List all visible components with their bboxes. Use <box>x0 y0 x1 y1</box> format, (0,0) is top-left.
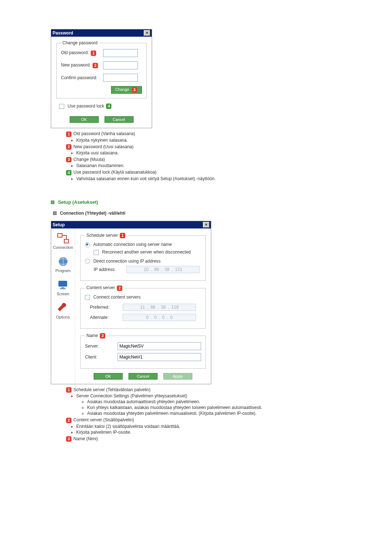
ok-button[interactable]: OK <box>70 116 99 123</box>
section-divider <box>51 189 312 190</box>
note-badge-2: 2 <box>66 144 72 150</box>
globe-icon <box>57 256 69 267</box>
note-badge-1: 1 <box>66 387 72 393</box>
sidebar-item-program[interactable]: Program <box>55 256 70 273</box>
ip-address-field[interactable]: 10. 88. 38. 121 <box>126 266 200 273</box>
sidebar-item-connection[interactable]: Connection <box>53 233 73 250</box>
sidebar-item-options[interactable]: Options <box>56 303 70 319</box>
auto-connection-radio[interactable] <box>85 242 90 247</box>
direct-connection-row[interactable]: Direct connection using IP address <box>85 259 201 264</box>
ok-button[interactable]: OK <box>94 373 123 380</box>
setup-sidebar: Connection Program Screen <box>51 228 75 384</box>
connection-tab-heading: Connection (Yhteydet) -välilehti <box>53 211 341 216</box>
reconnect-row[interactable]: Reconnect another server when disconnect… <box>94 250 201 255</box>
use-password-lock-row[interactable]: Use password lock 4 <box>59 104 147 109</box>
preferred-ip-field[interactable]: 11. 88. 38. 118 <box>123 304 196 311</box>
cancel-button[interactable]: Cancel <box>128 373 158 380</box>
wrench-icon <box>57 303 69 313</box>
confirm-password-input[interactable] <box>103 74 138 82</box>
close-icon[interactable]: × <box>144 30 150 36</box>
connect-content-row[interactable]: Connect content servers <box>85 295 201 300</box>
setup-dialog: Setup × Connection Pr <box>51 221 211 384</box>
content-server-group: Content server 2 Connect content servers… <box>80 285 206 328</box>
new-password-label: New password: <box>61 62 91 68</box>
note-badge-1: 1 <box>66 131 72 137</box>
callout-badge-1: 1 <box>91 50 96 56</box>
old-password-label: Old password: <box>61 50 89 55</box>
setup-section-heading: Setup (Asetukset) <box>51 199 341 205</box>
confirm-password-label: Confirm password: <box>61 75 103 80</box>
svg-rect-5 <box>60 288 66 289</box>
note-badge-4: 4 <box>66 170 72 175</box>
schedule-server-group: Schedule server 1 Automatic connection u… <box>80 233 206 281</box>
callout-badge-2: 2 <box>117 285 122 291</box>
change-button[interactable]: Change 3 <box>111 86 142 94</box>
svg-rect-1 <box>64 239 69 243</box>
client-name-label: Client: <box>85 355 118 360</box>
old-password-input[interactable] <box>103 49 138 57</box>
reconnect-checkbox[interactable] <box>94 250 99 255</box>
alternate-label: Alternate: <box>90 315 123 320</box>
client-name-input[interactable] <box>118 353 201 361</box>
new-password-input[interactable] <box>103 61 138 69</box>
note-badge-2: 2 <box>66 418 72 423</box>
password-dialog-title: Password <box>53 31 73 36</box>
apply-button[interactable]: Apply <box>163 373 192 380</box>
callout-badge-3: 3 <box>100 333 105 339</box>
direct-connection-radio[interactable] <box>85 259 90 264</box>
setup-dialog-titlebar: Setup × <box>51 221 211 228</box>
callout-badge-3: 3 <box>132 87 137 93</box>
password-notes: 1 Old password (Vanha salasana) Kirjoita… <box>51 131 341 181</box>
svg-rect-4 <box>61 287 64 288</box>
preferred-label: Preferred: <box>90 305 123 310</box>
svg-rect-0 <box>58 234 62 237</box>
connect-content-checkbox[interactable] <box>85 295 90 300</box>
note-badge-3: 3 <box>66 157 72 162</box>
bullet-icon <box>53 211 57 215</box>
monitor-icon <box>57 279 69 290</box>
use-password-lock-label: Use password lock <box>68 104 104 109</box>
name-group: Name 3 Server: Client: <box>80 333 206 369</box>
alternate-ip-field[interactable]: 0. 0. 0. 0 <box>123 314 196 321</box>
setup-dialog-title: Setup <box>53 222 65 227</box>
callout-badge-2: 2 <box>93 63 98 68</box>
ip-address-label: IP address: <box>94 267 126 272</box>
svg-rect-3 <box>58 281 67 287</box>
server-name-input[interactable] <box>118 342 201 350</box>
note-badge-3: 3 <box>66 436 72 442</box>
auto-connection-row[interactable]: Automatic connection using server name <box>85 242 201 247</box>
password-dialog: Password × Change password Old password:… <box>51 29 152 128</box>
password-dialog-titlebar: Password × <box>51 29 152 37</box>
network-icon <box>57 233 69 244</box>
sidebar-item-screen[interactable]: Screen <box>57 279 69 296</box>
change-password-group: Change password Old password: 1 New pass… <box>56 40 147 98</box>
server-name-label: Server: <box>85 344 118 349</box>
bullet-icon <box>51 200 54 204</box>
close-icon[interactable]: × <box>203 222 209 228</box>
use-password-lock-checkbox[interactable] <box>59 104 64 109</box>
cancel-button[interactable]: Cancel <box>105 116 134 123</box>
setup-notes: 1 Schedule server (Tehtävälistan palveli… <box>51 387 341 442</box>
callout-badge-1: 1 <box>120 233 125 238</box>
change-password-legend: Change password <box>61 40 99 45</box>
callout-badge-4: 4 <box>106 104 111 109</box>
